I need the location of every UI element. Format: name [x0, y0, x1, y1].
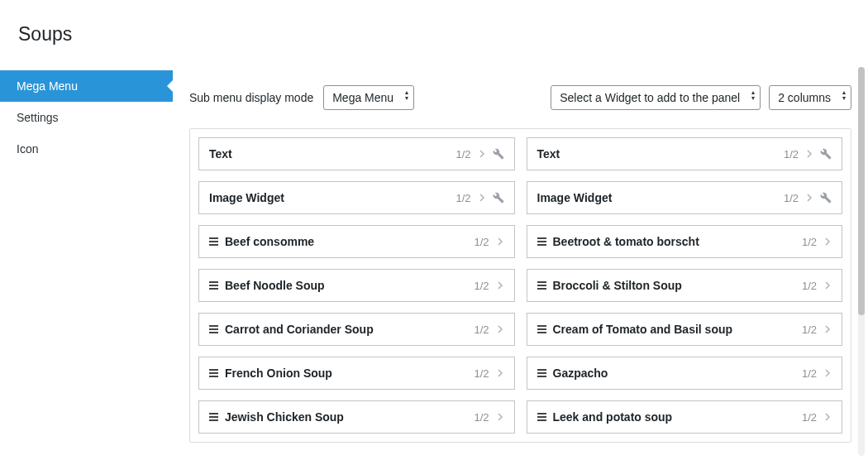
panel-item-title: Image Widget — [537, 191, 613, 204]
wrench-icon[interactable] — [820, 192, 832, 204]
panel-item[interactable]: Cream of Tomato and Basil soup1/2 — [527, 313, 843, 346]
scrollbar-thumb[interactable] — [858, 67, 865, 315]
panel-item[interactable]: Beef Noodle Soup1/2 — [198, 269, 515, 302]
panel-item[interactable]: Leek and potato soup1/2 — [527, 400, 843, 434]
caret-icon — [842, 89, 846, 101]
column-fraction: 1/2 — [455, 148, 470, 161]
panel-item-title: Broccoli & Stilton Soup — [553, 279, 682, 292]
chevron-right-icon[interactable] — [496, 369, 504, 377]
wrench-icon[interactable] — [820, 148, 832, 160]
panel-item[interactable]: French Onion Soup1/2 — [198, 357, 515, 390]
chevron-right-icon[interactable] — [496, 237, 504, 246]
widgets-panel: Text1/2Text1/2Image Widget1/2Image Widge… — [189, 128, 851, 443]
drag-handle-icon[interactable] — [537, 325, 546, 333]
columns-select-value: 2 columns — [778, 91, 831, 104]
column-fraction: 1/2 — [474, 323, 489, 336]
drag-handle-icon[interactable] — [537, 369, 546, 377]
panel-item[interactable]: Text1/2 — [198, 137, 515, 170]
page-title: Soups — [0, 0, 868, 46]
main-content: Sub menu display mode Mega Menu Select a… — [173, 70, 868, 460]
panel-item-title: Text — [209, 147, 232, 161]
panel-item[interactable]: Beef consomme1/2 — [198, 225, 515, 258]
drag-handle-icon[interactable] — [537, 413, 546, 421]
panel-item[interactable]: Jewish Chicken Soup1/2 — [198, 400, 515, 434]
panel-item[interactable]: Gazpacho1/2 — [527, 357, 843, 390]
drag-handle-icon[interactable] — [209, 237, 218, 246]
sidebar-item-settings[interactable]: Settings — [0, 102, 173, 133]
widget-select-value: Select a Widget to add to the panel — [560, 91, 740, 104]
chevron-right-icon[interactable] — [478, 194, 486, 202]
chevron-right-icon[interactable] — [823, 413, 832, 421]
column-fraction: 1/2 — [474, 411, 489, 424]
drag-handle-icon[interactable] — [209, 413, 218, 421]
drag-handle-icon[interactable] — [209, 325, 218, 333]
caret-icon — [751, 89, 755, 101]
panel-item[interactable]: Beetroot & tomato borscht1/2 — [527, 225, 843, 258]
sidebar-item-mega-menu[interactable]: Mega Menu — [0, 70, 173, 102]
column-fraction: 1/2 — [474, 367, 489, 380]
column-fraction: 1/2 — [474, 280, 489, 292]
column-fraction: 1/2 — [802, 367, 817, 380]
column-fraction: 1/2 — [474, 236, 489, 248]
drag-handle-icon[interactable] — [209, 281, 218, 290]
panel-item-title: Carrot and Coriander Soup — [225, 323, 374, 336]
drag-handle-icon[interactable] — [209, 369, 218, 377]
panel-item-title: Text — [537, 147, 560, 161]
chevron-right-icon[interactable] — [496, 413, 504, 421]
chevron-right-icon[interactable] — [496, 325, 504, 333]
column-fraction: 1/2 — [455, 192, 470, 204]
panel-item-title: Image Widget — [209, 191, 284, 204]
chevron-right-icon[interactable] — [496, 281, 504, 290]
panel-item[interactable]: Text1/2 — [527, 137, 843, 170]
drag-handle-icon[interactable] — [537, 281, 546, 290]
panel-item[interactable]: Broccoli & Stilton Soup1/2 — [527, 269, 843, 302]
column-fraction: 1/2 — [784, 148, 799, 161]
panel-item-title: French Onion Soup — [225, 367, 332, 380]
sidebar: Mega Menu Settings Icon — [0, 70, 173, 460]
columns-select[interactable]: 2 columns — [769, 85, 851, 110]
wrench-icon[interactable] — [493, 192, 504, 204]
toolbar: Sub menu display mode Mega Menu Select a… — [189, 70, 851, 128]
column-fraction: 1/2 — [802, 411, 817, 424]
column-fraction: 1/2 — [802, 236, 817, 248]
chevron-right-icon[interactable] — [823, 237, 832, 246]
chevron-right-icon[interactable] — [805, 150, 813, 158]
panel-item[interactable]: Carrot and Coriander Soup1/2 — [198, 313, 515, 346]
caret-icon — [405, 89, 408, 101]
column-fraction: 1/2 — [802, 280, 817, 292]
sidebar-item-icon[interactable]: Icon — [0, 133, 173, 165]
panel-item-title: Jewish Chicken Soup — [225, 410, 344, 424]
panel-item-title: Gazpacho — [553, 367, 608, 380]
display-mode-select[interactable]: Mega Menu — [323, 85, 414, 110]
panel-item[interactable]: Image Widget1/2 — [527, 181, 843, 214]
chevron-right-icon[interactable] — [823, 325, 832, 333]
column-fraction: 1/2 — [802, 323, 817, 336]
display-mode-value: Mega Menu — [332, 91, 393, 104]
chevron-right-icon[interactable] — [823, 281, 832, 290]
wrench-icon[interactable] — [493, 148, 504, 160]
panel-item-title: Leek and potato soup — [553, 410, 673, 424]
widget-select[interactable]: Select a Widget to add to the panel — [551, 85, 761, 110]
chevron-right-icon[interactable] — [823, 369, 832, 377]
panel-item-title: Beetroot & tomato borscht — [553, 235, 699, 248]
chevron-right-icon[interactable] — [478, 150, 486, 158]
panel-item-title: Beef consomme — [225, 235, 314, 248]
display-mode-label: Sub menu display mode — [189, 91, 313, 104]
panel-item[interactable]: Image Widget1/2 — [198, 181, 515, 214]
chevron-right-icon[interactable] — [805, 194, 813, 202]
panel-item-title: Cream of Tomato and Basil soup — [553, 323, 733, 336]
scrollbar[interactable] — [858, 67, 865, 456]
panel-item-title: Beef Noodle Soup — [225, 279, 325, 292]
column-fraction: 1/2 — [784, 192, 799, 204]
drag-handle-icon[interactable] — [537, 237, 546, 246]
